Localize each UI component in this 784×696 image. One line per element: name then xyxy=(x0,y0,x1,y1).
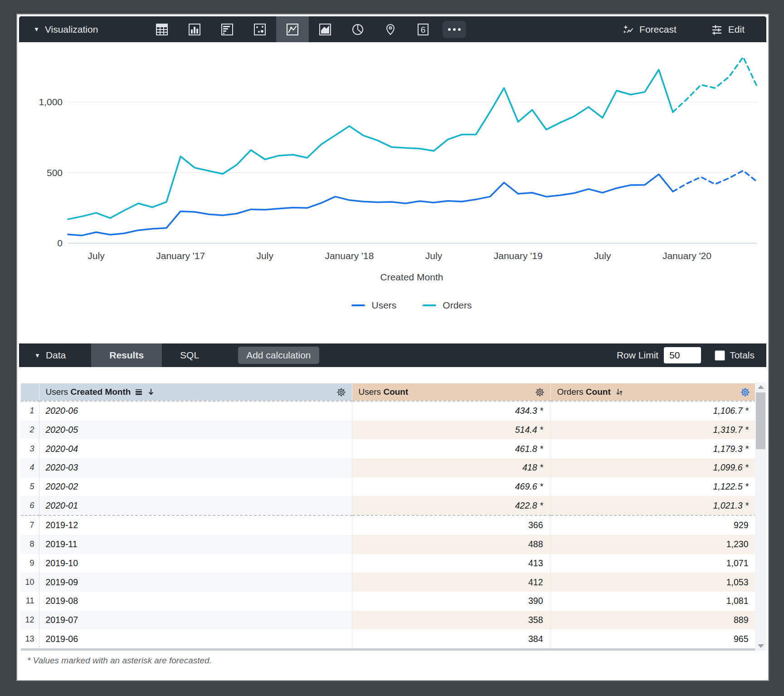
created-month-cell[interactable]: 2019-11 xyxy=(39,535,352,554)
created-month-cell[interactable]: 2020-05 xyxy=(39,421,352,440)
x-axis-title: Created Month xyxy=(19,272,766,283)
scatter-chart-icon xyxy=(253,21,267,38)
users-count-cell[interactable]: 366 xyxy=(352,515,550,535)
users-count-cell[interactable]: 461.8 * xyxy=(352,439,550,458)
orders-count-cell[interactable]: 929 xyxy=(550,515,756,535)
line-chart-button[interactable] xyxy=(276,16,309,42)
table-row[interactable]: 1 2020-06 434.3 * 1,106.7 * xyxy=(21,401,756,421)
map-chart-button[interactable] xyxy=(374,16,407,42)
vertical-scrollbar[interactable] xyxy=(755,382,766,651)
single-value-icon: 6 xyxy=(416,21,430,38)
column-chart-button[interactable] xyxy=(178,16,211,42)
users-count-cell[interactable]: 514.4 * xyxy=(352,421,550,440)
orders-count-cell[interactable]: 1,071 xyxy=(550,554,756,573)
created-month-cell[interactable]: 2020-02 xyxy=(39,477,352,496)
created-month-cell[interactable]: 2019-12 xyxy=(39,515,352,535)
created-month-cell[interactable]: 2020-03 xyxy=(39,458,352,477)
line-chart[interactable]: 05001,000JulyJanuary '17JulyJanuary '18J… xyxy=(19,42,768,269)
users-count-cell[interactable]: 434.3 * xyxy=(352,401,550,421)
orders-count-cell[interactable]: 965 xyxy=(550,629,756,648)
table-row[interactable]: 10 2019-09 412 1,053 xyxy=(21,573,756,592)
orders-count-cell[interactable]: 1,081 xyxy=(550,592,756,611)
table-row[interactable]: 11 2019-08 390 1,081 xyxy=(21,592,756,611)
orders-count-cell[interactable]: 1,053 xyxy=(550,573,756,592)
column-header-orders-count[interactable]: Orders Count xyxy=(550,383,756,401)
scrollbar-thumb[interactable] xyxy=(756,392,765,449)
scroll-up-arrow[interactable] xyxy=(755,382,766,392)
created-month-cell[interactable]: 2020-06 xyxy=(39,401,352,421)
table-chart-icon xyxy=(155,21,169,38)
created-month-cell[interactable]: 2019-06 xyxy=(39,629,352,648)
table-chart-button[interactable] xyxy=(146,16,178,42)
totals-checkbox[interactable] xyxy=(715,350,725,361)
table-row[interactable]: 7 2019-12 366 929 xyxy=(21,515,756,535)
legend-item-orders[interactable]: Orders xyxy=(423,300,472,311)
created-month-cell[interactable]: 2019-08 xyxy=(39,592,352,611)
orders-count-cell[interactable]: 1,122.5 * xyxy=(550,477,756,496)
orders-count-cell[interactable]: 1,319.7 * xyxy=(550,421,756,440)
row-number: 12 xyxy=(21,611,39,630)
area-chart-button[interactable] xyxy=(309,16,341,42)
column-chart-icon xyxy=(188,21,201,38)
subtotal-icon[interactable] xyxy=(134,387,143,397)
scatter-chart-button[interactable] xyxy=(243,16,276,42)
tab-sql[interactable]: SQL xyxy=(162,343,217,367)
gear-icon-active[interactable] xyxy=(740,387,750,397)
created-month-cell[interactable]: 2020-01 xyxy=(39,496,352,515)
data-label: Data xyxy=(46,350,66,361)
column-header-users-count[interactable]: Users Count xyxy=(352,383,550,401)
users-count-cell[interactable]: 469.6 * xyxy=(352,477,550,496)
pie-chart-button[interactable] xyxy=(341,16,374,42)
users-count-cell[interactable]: 488 xyxy=(352,535,550,554)
edit-button[interactable]: Edit xyxy=(708,23,747,36)
created-month-cell[interactable]: 2019-09 xyxy=(39,573,352,592)
bar-chart-button[interactable] xyxy=(211,16,243,42)
data-section-toggle[interactable]: ▼ Data xyxy=(19,350,91,361)
table-row[interactable]: 6 2020-01 422.8 * 1,021.3 * xyxy=(21,496,756,515)
created-month-cell[interactable]: 2019-07 xyxy=(39,611,352,630)
gear-icon[interactable] xyxy=(535,387,545,397)
more-chart-types-button[interactable] xyxy=(439,16,469,42)
legend-item-users[interactable]: Users xyxy=(351,300,396,311)
users-count-cell[interactable]: 384 xyxy=(352,629,550,648)
users-count-cell[interactable]: 358 xyxy=(352,611,550,630)
scroll-down-arrow[interactable] xyxy=(755,642,766,651)
single-value-button[interactable]: 6 xyxy=(407,16,439,42)
table-row[interactable]: 4 2020-03 418 * 1,099.6 * xyxy=(21,458,756,477)
created-month-cell[interactable]: 2020-04 xyxy=(39,439,352,458)
users-count-cell[interactable]: 412 xyxy=(352,573,550,592)
svg-text:6: 6 xyxy=(421,25,426,34)
row-number: 1 xyxy=(21,401,39,421)
gear-icon[interactable] xyxy=(336,387,346,397)
table-row[interactable]: 8 2019-11 488 1,230 xyxy=(21,535,756,554)
horizontal-scrollbar[interactable] xyxy=(21,648,756,651)
sort-desc-arrow-icon[interactable] xyxy=(147,387,155,397)
pie-chart-icon xyxy=(351,21,365,38)
add-calculation-button[interactable]: Add calculation xyxy=(238,347,319,364)
users-count-cell[interactable]: 413 xyxy=(352,554,550,573)
orders-count-cell[interactable]: 1,099.6 * xyxy=(550,458,756,477)
table-row[interactable]: 2 2020-05 514.4 * 1,319.7 * xyxy=(21,421,756,440)
orders-count-cell[interactable]: 1,021.3 * xyxy=(550,496,756,515)
column-header-users-created-month[interactable]: Users Created Month xyxy=(39,383,352,401)
users-count-cell[interactable]: 390 xyxy=(352,592,550,611)
orders-count-cell[interactable]: 1,179.3 * xyxy=(550,439,756,458)
toolbar-actions: Forecast Edit xyxy=(619,23,766,36)
table-row[interactable]: 13 2019-06 384 965 xyxy=(21,629,756,648)
visualization-section-toggle[interactable]: ▼ Visualization xyxy=(19,24,98,35)
legend-swatch xyxy=(351,304,365,306)
orders-count-cell[interactable]: 1,106.7 * xyxy=(550,401,756,421)
swap-sort-icon[interactable] xyxy=(614,387,624,397)
users-count-cell[interactable]: 418 * xyxy=(352,458,550,477)
forecast-button[interactable]: Forecast xyxy=(619,23,679,36)
table-row[interactable]: 3 2020-04 461.8 * 1,179.3 * xyxy=(21,439,756,458)
row-limit-input[interactable] xyxy=(664,347,701,363)
table-row[interactable]: 12 2019-07 358 889 xyxy=(21,611,756,630)
users-count-cell[interactable]: 422.8 * xyxy=(352,496,550,515)
orders-count-cell[interactable]: 889 xyxy=(550,611,756,630)
table-row[interactable]: 9 2019-10 413 1,071 xyxy=(21,554,756,573)
table-row[interactable]: 5 2020-02 469.6 * 1,122.5 * xyxy=(21,477,756,496)
orders-count-cell[interactable]: 1,230 xyxy=(550,535,756,554)
tab-results[interactable]: Results xyxy=(91,343,162,367)
created-month-cell[interactable]: 2019-10 xyxy=(39,554,352,573)
